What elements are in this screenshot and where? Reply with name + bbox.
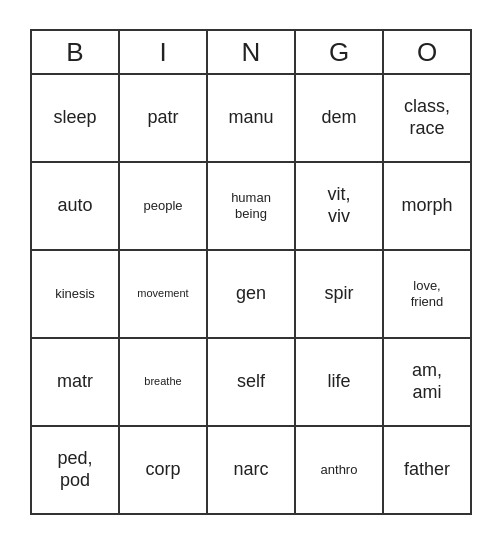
bingo-cell-3-1: breathe <box>120 339 208 427</box>
bingo-cell-4-4: father <box>384 427 472 515</box>
header-cell-g: G <box>296 31 384 75</box>
bingo-cell-3-2: self <box>208 339 296 427</box>
bingo-cell-0-4: class, race <box>384 75 472 163</box>
bingo-row-2: kinesismovementgenspirlove, friend <box>32 251 472 339</box>
bingo-row-0: sleeppatrmanudemclass, race <box>32 75 472 163</box>
bingo-cell-1-2: human being <box>208 163 296 251</box>
bingo-row-3: matrbreatheselflifeam, ami <box>32 339 472 427</box>
bingo-cell-3-4: am, ami <box>384 339 472 427</box>
bingo-cell-0-1: patr <box>120 75 208 163</box>
bingo-cell-4-0: ped, pod <box>32 427 120 515</box>
bingo-card: BINGO sleeppatrmanudemclass, raceautopeo… <box>30 29 472 515</box>
header-cell-o: O <box>384 31 472 75</box>
bingo-cell-0-2: manu <box>208 75 296 163</box>
bingo-header: BINGO <box>32 31 472 75</box>
bingo-cell-4-3: anthro <box>296 427 384 515</box>
bingo-cell-1-0: auto <box>32 163 120 251</box>
bingo-cell-1-4: morph <box>384 163 472 251</box>
header-cell-b: B <box>32 31 120 75</box>
bingo-cell-2-2: gen <box>208 251 296 339</box>
bingo-cell-0-3: dem <box>296 75 384 163</box>
bingo-cell-1-3: vit, viv <box>296 163 384 251</box>
bingo-cell-0-0: sleep <box>32 75 120 163</box>
bingo-cell-2-4: love, friend <box>384 251 472 339</box>
bingo-cell-2-1: movement <box>120 251 208 339</box>
header-cell-n: N <box>208 31 296 75</box>
bingo-row-4: ped, podcorpnarcanthrofather <box>32 427 472 515</box>
bingo-cell-4-1: corp <box>120 427 208 515</box>
bingo-row-1: autopeoplehuman beingvit, vivmorph <box>32 163 472 251</box>
header-cell-i: I <box>120 31 208 75</box>
bingo-cell-4-2: narc <box>208 427 296 515</box>
bingo-cell-3-0: matr <box>32 339 120 427</box>
bingo-cell-2-0: kinesis <box>32 251 120 339</box>
bingo-cell-3-3: life <box>296 339 384 427</box>
bingo-cell-1-1: people <box>120 163 208 251</box>
bingo-cell-2-3: spir <box>296 251 384 339</box>
